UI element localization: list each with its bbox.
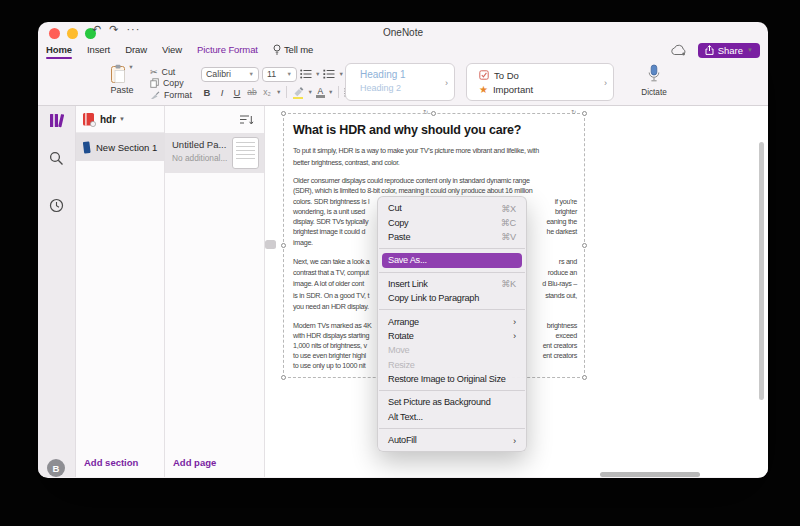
- section-list-item[interactable]: New Section 1: [76, 133, 164, 161]
- bold-button[interactable]: B: [201, 87, 213, 98]
- format-painter-button[interactable]: Format: [150, 89, 192, 101]
- add-page-button[interactable]: Add page: [173, 457, 216, 468]
- share-label: Share: [718, 45, 743, 56]
- context-menu-item[interactable]: Set Picture as Background: [382, 395, 522, 409]
- font-color-button[interactable]: A: [316, 85, 325, 99]
- ribbon-tab[interactable]: Home: [46, 41, 72, 59]
- resize-handle[interactable]: [582, 111, 587, 116]
- bullet-list-button[interactable]: [300, 67, 312, 81]
- chevron-right-icon[interactable]: ›: [604, 78, 607, 88]
- strikethrough-button[interactable]: ab: [246, 87, 258, 97]
- tab-label: Insert: [87, 44, 110, 55]
- highlighter-button[interactable]: [292, 85, 304, 99]
- copy-icon: [150, 78, 159, 88]
- resize-handle[interactable]: [281, 111, 286, 116]
- chevron-down-icon: ▼: [276, 89, 281, 95]
- share-button[interactable]: Share ▼: [698, 43, 760, 58]
- menu-item-shortcut: ⌘X: [501, 203, 516, 214]
- menu-item-label: Resize: [388, 360, 516, 370]
- context-menu-item[interactable]: Cut ⌘X: [382, 201, 522, 215]
- copy-button[interactable]: Copy: [150, 78, 192, 90]
- context-menu-item[interactable]: Restore Image to Original Size: [382, 372, 522, 386]
- menu-item-shortcut: ⌘C: [501, 217, 516, 228]
- clipboard-group: ✂ Cut Copy Format: [150, 66, 192, 101]
- heading2-style[interactable]: Heading 2: [360, 83, 454, 93]
- share-icon: [705, 45, 714, 55]
- menu-item-label: Copy: [388, 218, 495, 228]
- menu-item-label: Set Picture as Background: [388, 397, 516, 407]
- menu-item-shortcut: ⌘K: [501, 278, 516, 289]
- resize-handle[interactable]: [281, 375, 286, 380]
- menu-item-label: Restore Image to Original Size: [388, 374, 516, 384]
- format-brush-icon: [150, 90, 160, 100]
- ribbon-tab[interactable]: View: [162, 41, 182, 59]
- paste-button[interactable]: ▼ Paste: [102, 64, 142, 95]
- underline-button[interactable]: U: [231, 87, 243, 98]
- menu-separator: [379, 390, 525, 391]
- numbered-list-button[interactable]: [323, 67, 335, 81]
- horizontal-scrollbar[interactable]: [600, 472, 700, 477]
- section-book-icon: [82, 141, 91, 154]
- ribbon-tab[interactable]: Insert: [87, 41, 110, 59]
- dictate-label: Dictate: [637, 88, 671, 97]
- chevron-down-icon: ▼: [128, 64, 133, 70]
- cut-button[interactable]: ✂ Cut: [150, 66, 192, 78]
- page-list-item[interactable]: Untitled Pa... No additional...: [165, 133, 264, 173]
- heading1-style[interactable]: Heading 1: [360, 69, 454, 80]
- page-canvas[interactable]: ↻ ↻ What is HDR and why should you care?: [265, 106, 768, 477]
- chevron-right-icon[interactable]: ›: [445, 78, 448, 88]
- context-menu-item[interactable]: Copy Link to Paragraph: [382, 291, 522, 305]
- dictate-button[interactable]: Dictate: [637, 64, 671, 97]
- menu-separator: [379, 428, 525, 429]
- font-size-select[interactable]: 11▼: [262, 67, 297, 82]
- context-menu-item[interactable]: Copy ⌘C: [382, 215, 522, 229]
- notebooks-icon[interactable]: [49, 112, 66, 129]
- search-icon[interactable]: [49, 151, 64, 166]
- navigation-rail: B: [38, 106, 76, 477]
- titlebar: ↶ ↷ ··· OneNote: [38, 22, 768, 40]
- todo-tag[interactable]: To Do: [479, 68, 613, 82]
- recent-notes-clock-icon[interactable]: [49, 198, 64, 213]
- chevron-down-icon: ▼: [307, 89, 312, 95]
- resize-handle[interactable]: [281, 243, 286, 248]
- resize-handle[interactable]: [582, 375, 587, 380]
- resize-handle[interactable]: [582, 243, 587, 248]
- context-menu-item[interactable]: Paste ⌘V: [382, 230, 522, 244]
- context-menu-item[interactable]: Arrange ›: [382, 314, 522, 328]
- account-avatar[interactable]: B: [47, 459, 65, 477]
- add-section-button[interactable]: Add section: [84, 457, 138, 468]
- font-name-select[interactable]: Calibri▼: [201, 67, 259, 82]
- context-menu-item[interactable]: AutoFill ›: [382, 433, 522, 447]
- notebook-switcher[interactable]: hdr ▼: [76, 106, 164, 133]
- ribbon-tab[interactable]: Tell me: [273, 41, 313, 59]
- vertical-scrollbar[interactable]: [759, 142, 764, 400]
- context-menu-item[interactable]: Insert Link ⌘K: [382, 277, 522, 291]
- tab-label: Tell me: [284, 44, 313, 55]
- subscript-button[interactable]: x₂: [261, 87, 273, 97]
- add-section-bar: Add section: [76, 447, 164, 477]
- important-tag[interactable]: ★ Important: [479, 82, 613, 96]
- microphone-icon: [647, 64, 661, 83]
- section-label: New Section 1: [96, 142, 157, 153]
- ribbon-tab-row: Home Insert Draw View: [38, 40, 768, 60]
- chevron-down-icon: ▼: [328, 89, 333, 95]
- ribbon-toolbar: ▼ Paste ✂ Cut Copy Format: [38, 60, 768, 106]
- context-menu-item[interactable]: Move: [382, 343, 522, 357]
- menu-item-label: Paste: [388, 232, 495, 242]
- context-menu-item[interactable]: Alt Text...: [382, 410, 522, 424]
- paragraph-grab-handle[interactable]: [265, 240, 276, 249]
- menu-item-label: Move: [388, 345, 516, 355]
- ribbon-tab[interactable]: Picture Format: [197, 41, 258, 59]
- chevron-down-icon: ▼: [119, 116, 125, 122]
- context-menu-item[interactable]: Save As...: [382, 253, 522, 267]
- styles-gallery[interactable]: Heading 1 Heading 2 ›: [345, 63, 455, 101]
- ribbon-tab[interactable]: Draw: [125, 41, 147, 59]
- sort-pages-icon[interactable]: [239, 114, 254, 126]
- context-menu-item[interactable]: Rotate ›: [382, 329, 522, 343]
- notebook-name: hdr: [100, 114, 116, 125]
- text-line: better brightness, contrast, and color.: [293, 157, 577, 169]
- context-menu-item[interactable]: Resize: [382, 358, 522, 372]
- italic-button[interactable]: I: [216, 87, 228, 98]
- chevron-down-icon: ▼: [315, 71, 320, 77]
- tags-gallery[interactable]: To Do ★ Important ›: [466, 63, 614, 101]
